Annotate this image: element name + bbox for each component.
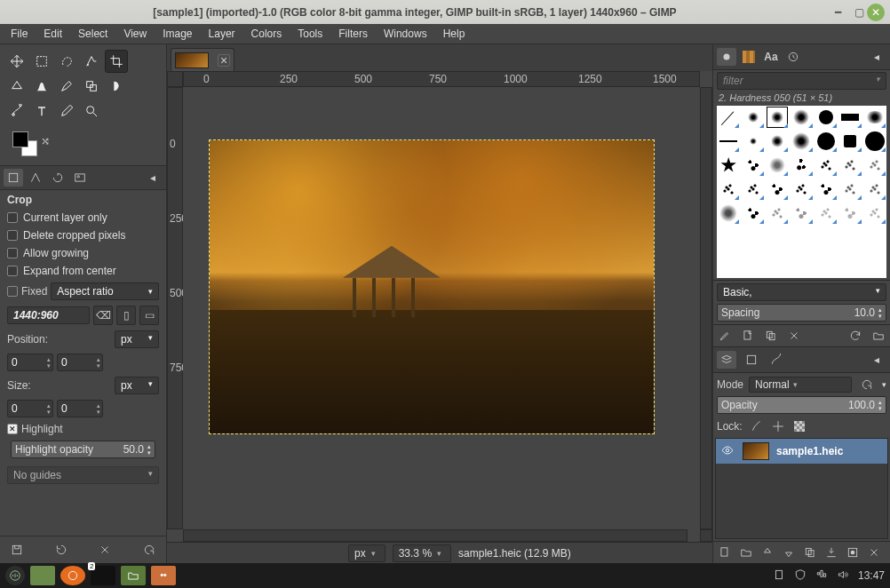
- tool-clone[interactable]: [80, 75, 103, 98]
- brush-cell[interactable]: [838, 202, 862, 225]
- brush-cell[interactable]: [815, 130, 838, 153]
- tab-patterns[interactable]: [739, 48, 759, 66]
- lock-alpha-icon[interactable]: [792, 419, 807, 433]
- vertical-ruler[interactable]: 0 250 500 750: [167, 87, 183, 529]
- opt-delete-cropped[interactable]: Delete cropped pixels: [7, 229, 159, 242]
- menu-windows[interactable]: Windows: [377, 26, 434, 42]
- tool-smudge[interactable]: [105, 75, 128, 98]
- clear-aspect-icon[interactable]: ⌫: [93, 306, 113, 325]
- menu-layer[interactable]: Layer: [202, 26, 242, 42]
- brush-cell[interactable]: [838, 178, 862, 201]
- raise-layer-icon[interactable]: [759, 544, 775, 560]
- start-menu-button[interactable]: [5, 566, 25, 585]
- save-preset-icon[interactable]: [7, 540, 27, 560]
- tab-channels[interactable]: [742, 351, 761, 369]
- brush-cell[interactable]: [741, 178, 764, 201]
- menu-file[interactable]: File: [4, 26, 35, 42]
- tool-crop[interactable]: [105, 50, 128, 73]
- dup-layer-icon[interactable]: [802, 544, 818, 560]
- horizontal-scrollbar[interactable]: [183, 529, 687, 542]
- restore-preset-icon[interactable]: [52, 540, 71, 560]
- tray-clock[interactable]: 13:47: [858, 569, 885, 582]
- tab-fonts[interactable]: Aa: [761, 48, 781, 66]
- tray-network-icon[interactable]: [815, 568, 828, 584]
- new-layer-icon[interactable]: [717, 544, 733, 560]
- swap-colors-icon[interactable]: ⤭: [41, 135, 53, 147]
- taskbar-desktop-icon[interactable]: [30, 566, 55, 585]
- delete-brush-icon[interactable]: [786, 328, 802, 344]
- menu-edit[interactable]: Edit: [36, 26, 69, 42]
- tool-eyedropper[interactable]: [55, 99, 78, 123]
- menu-select[interactable]: Select: [71, 26, 115, 42]
- fg-color-swatch[interactable]: [12, 131, 28, 147]
- tool-transform[interactable]: [5, 75, 28, 98]
- brush-cell[interactable]: [863, 154, 886, 177]
- layer-row[interactable]: sample1.heic: [716, 439, 887, 464]
- brush-cell[interactable]: [717, 130, 740, 153]
- opt-allow-growing[interactable]: Allow growing: [7, 247, 159, 259]
- tool-move[interactable]: [5, 50, 28, 73]
- menu-view[interactable]: View: [116, 26, 154, 42]
- status-unit-select[interactable]: px: [348, 544, 385, 562]
- tab-device-status[interactable]: [26, 169, 45, 187]
- tab-history[interactable]: [783, 48, 803, 66]
- lock-position-icon[interactable]: [771, 419, 785, 433]
- brush-cell[interactable]: [863, 106, 886, 129]
- brush-cell[interactable]: [863, 130, 886, 153]
- brush-spacing-slider[interactable]: Spacing 10.0 ▴▾: [717, 304, 886, 322]
- brush-cell[interactable]: [741, 154, 764, 177]
- brush-cell[interactable]: [790, 154, 813, 177]
- opt-expand-center[interactable]: Expand from center: [7, 265, 159, 277]
- window-minimize-button[interactable]: ━: [830, 4, 846, 20]
- guides-select[interactable]: No guides▾: [7, 466, 159, 484]
- layer-opacity-slider[interactable]: Opacity 100.0 ▴▾: [717, 396, 886, 414]
- status-zoom-select[interactable]: 33.3 %: [393, 544, 451, 562]
- landscape-icon[interactable]: ▭: [139, 306, 159, 325]
- layers-tab-menu-arrow[interactable]: ◂: [867, 351, 886, 369]
- navigation-icon[interactable]: [700, 529, 712, 542]
- tool-paths[interactable]: [5, 99, 28, 123]
- tray-shield-icon[interactable]: [794, 568, 807, 584]
- tab-tool-options[interactable]: [4, 169, 23, 187]
- mask-layer-icon[interactable]: [845, 544, 861, 560]
- reset-preset-icon[interactable]: [139, 540, 159, 560]
- canvas-image[interactable]: [210, 140, 654, 433]
- ruler-corner[interactable]: [167, 71, 183, 87]
- edit-brush-icon[interactable]: [717, 328, 733, 344]
- portrait-icon[interactable]: ▯: [116, 306, 136, 325]
- new-brush-icon[interactable]: [740, 328, 756, 344]
- refresh-brushes-icon[interactable]: [847, 328, 863, 344]
- tab-menu-arrow[interactable]: ◂: [143, 169, 163, 187]
- brush-cell[interactable]: [815, 178, 838, 201]
- opt-current-layer-only[interactable]: Current layer only: [7, 211, 159, 224]
- new-group-icon[interactable]: [738, 544, 754, 560]
- opt-highlight-toggle[interactable]: ✕ Highlight: [7, 423, 159, 435]
- taskbar-files-icon[interactable]: [121, 566, 146, 585]
- open-brush-icon[interactable]: [870, 328, 886, 344]
- brush-cell[interactable]: [766, 178, 789, 201]
- tray-volume-icon[interactable]: [837, 568, 849, 584]
- taskbar-gimp-icon[interactable]: [151, 566, 176, 585]
- brush-cell[interactable]: [815, 202, 838, 225]
- tab-layers[interactable]: [717, 351, 736, 369]
- lock-pixels-icon[interactable]: [750, 419, 764, 433]
- tab-images[interactable]: [70, 169, 90, 187]
- taskbar-firefox-icon[interactable]: [60, 566, 85, 585]
- tool-rect-select[interactable]: [30, 50, 53, 73]
- brush-cell[interactable]: [766, 154, 789, 177]
- window-maximize-button[interactable]: ▢: [851, 4, 867, 20]
- tool-paintbrush[interactable]: [55, 75, 78, 98]
- position-x-input[interactable]: ▴▾: [7, 354, 53, 371]
- brush-cell[interactable]: [766, 130, 789, 153]
- window-close-button[interactable]: ✕: [867, 4, 885, 21]
- delete-layer-icon[interactable]: [866, 544, 882, 560]
- opt-fixed-mode-select[interactable]: Aspect ratio▾: [51, 282, 159, 300]
- highlight-opacity-slider[interactable]: Highlight opacity 50.0 ▴▾: [11, 441, 155, 458]
- tool-text[interactable]: [30, 99, 53, 123]
- brush-cell[interactable]: [766, 202, 789, 225]
- size-w-input[interactable]: ▴▾: [7, 400, 53, 417]
- tab-menu-arrow-right[interactable]: ◂: [867, 48, 886, 66]
- taskbar-window-icon[interactable]: 2: [91, 566, 115, 585]
- mode-reset-icon[interactable]: [857, 376, 877, 393]
- brush-cell[interactable]: [717, 154, 740, 177]
